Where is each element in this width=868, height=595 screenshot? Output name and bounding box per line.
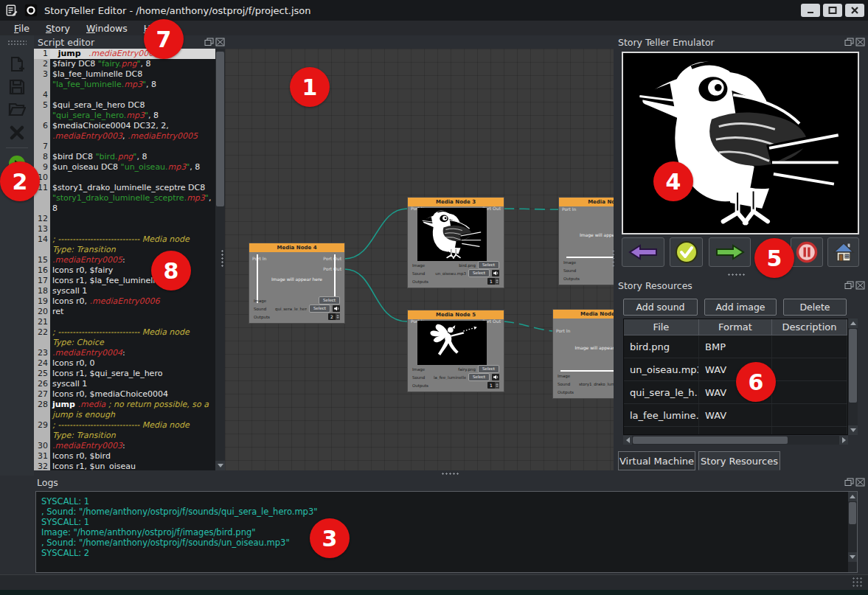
select-button[interactable]: Select [478,365,499,373]
code-row[interactable]: 1 jump .mediaEntry0004 [34,49,215,59]
port-in-label[interactable]: Port In [252,256,266,261]
resources-table[interactable]: FileFormatDescriptionbird.pngBMPun_oisea… [623,319,848,435]
close-panel-icon[interactable] [855,38,865,46]
port-out-label[interactable]: Port Out [323,266,341,271]
code-row[interactable]: 21 [34,317,215,327]
media-node-3[interactable]: Media Node 5Port InPort OutImagefairy.pn… [408,310,504,392]
code-row[interactable]: 2$fairy DC8 "fairy.png", 8 [34,59,215,69]
outputs-spinner[interactable]: 1 [487,278,499,285]
tab-virtual-machine[interactable]: Virtual Machine [618,451,695,470]
new-script-button[interactable] [8,56,26,74]
node-title[interactable]: Media Node 4 [249,243,344,252]
save-button[interactable] [8,78,26,96]
code-row[interactable]: 9$un_oiseau DC8 "un_oiseau.mp3", 8 [34,162,215,173]
splitter-handle-right[interactable] [611,249,615,268]
code-row[interactable]: 30.mediaEntry0003: [34,441,215,451]
select-button[interactable]: Select [478,261,499,269]
menu-item-story[interactable]: Story [39,22,77,35]
node-title[interactable]: Media Node [559,198,614,206]
code-row[interactable]: 6$mediaChoice0004 DC32, 2, [34,121,215,131]
select-button[interactable]: Select [309,305,330,313]
scroll-down-arrow[interactable] [848,425,858,435]
code-row[interactable]: 23.mediaEntry0004: [34,348,215,358]
scrollbar-thumb[interactable] [633,436,788,444]
back-button[interactable] [622,237,664,267]
scroll-up-arrow[interactable] [848,319,858,328]
code-row[interactable]: jump is enough [34,410,215,420]
toolbar-grip[interactable] [7,40,27,45]
scrollbar-thumb[interactable] [216,52,224,206]
node-title[interactable]: Media Node 6 [553,310,614,319]
close-panel-icon[interactable] [215,38,225,46]
code-row[interactable]: 5$qui_sera_le_hero DC8 [34,100,215,111]
delete-button[interactable]: Delete [783,299,847,316]
code-row[interactable]: 8$bird DC8 "bird.png", 8 [34,152,215,162]
code-row[interactable]: 8 [34,203,215,214]
pause-button[interactable] [791,237,823,267]
table-row[interactable]: fairy.pngBMP [624,427,847,435]
confirm-button[interactable] [670,237,703,267]
forward-button[interactable] [709,237,751,267]
scroll-right-arrow[interactable] [839,436,848,445]
code-row[interactable]: 10 [34,173,215,183]
logs-scrollbar[interactable] [848,492,857,572]
code-row[interactable]: 12 [34,214,215,224]
code-row[interactable]: Type: Choice [34,338,215,348]
home-button[interactable] [827,237,859,267]
float-panel-icon[interactable] [844,478,854,487]
minimize-button[interactable] [801,4,820,17]
close-panel-icon[interactable] [855,281,865,290]
script-editor-code[interactable]: 1 jump .mediaEntry00042$fairy DC8 "fairy… [34,49,215,470]
code-row[interactable]: 32lcons r1, $un_oiseau [34,462,215,470]
code-row[interactable]: 28jump .media ; no return possible, so a [34,400,215,410]
select-button[interactable]: Select [468,269,490,277]
table-row[interactable]: bird.pngBMP [624,335,847,358]
splitter-handle-left[interactable] [221,249,224,268]
float-panel-icon[interactable] [844,38,854,46]
menu-item-windows[interactable]: Windows [80,22,134,35]
column-header-format[interactable]: Format [699,319,772,335]
speaker-icon[interactable] [333,305,340,312]
scrollbar-thumb[interactable] [849,329,857,403]
menu-item-file[interactable]: File [7,22,36,35]
code-row[interactable]: .mediaEntry0003, .mediaEntry0005 [34,131,215,142]
port-in-label[interactable]: Port In [562,206,576,212]
code-row[interactable]: 14; ---------------------------- Media n… [34,234,215,245]
speaker-icon[interactable] [492,374,499,380]
media-node-4[interactable]: Media NodePort InImage will appear hereI… [559,198,614,285]
node-graph-canvas[interactable]: Media Node 4Port InPort OutPort OutImage… [225,49,614,470]
delete-button[interactable] [8,124,26,142]
close-button[interactable] [845,4,864,17]
code-row[interactable]: Type: Transition [34,245,215,255]
scroll-up-arrow[interactable] [848,492,857,501]
resources-vscrollbar[interactable] [848,319,858,435]
select-button[interactable]: Select [468,373,490,381]
code-row[interactable]: 4 [34,90,215,100]
scroll-down-arrow[interactable] [848,552,857,562]
code-row[interactable]: 7 [34,142,215,152]
table-row[interactable]: la_fee_lumine…WAV [624,404,847,427]
code-row[interactable]: 22; ---------------------------- Media n… [34,327,215,338]
code-row[interactable]: 25lcons r1, $qui_sera_le_hero [34,369,215,379]
code-row[interactable]: 3$la_fee_luminelle DC8 [34,69,215,80]
logs-output[interactable]: SYSCALL: 1, Sound: "/home/anthony/ostpro… [35,491,858,573]
code-row[interactable]: 27lcons r0, $mediaChoice0004 [34,389,215,400]
scroll-left-arrow[interactable] [623,436,632,445]
maximize-button[interactable] [823,4,842,17]
tab-story-resources[interactable]: Story Resources [698,451,780,470]
code-row[interactable]: "qui_sera_le_hero.mp3", 8 [34,111,215,121]
code-row[interactable]: Type: Transition [34,431,215,441]
add-sound-button[interactable]: Add sound [623,299,698,316]
code-row[interactable]: "la_fee_luminelle.mp3", 8 [34,80,215,90]
code-row[interactable]: 24lcons r0, 0 [34,358,215,369]
code-row[interactable]: 20ret [34,307,215,317]
code-row[interactable]: 19lcons r0, .mediaEntry0006 [34,296,215,307]
code-row[interactable]: 29; ---------------------------- Media n… [34,420,215,431]
speaker-icon[interactable] [492,270,499,276]
code-row[interactable]: "story1_drako_luminelle_sceptre.mp3", [34,193,215,203]
code-row[interactable]: 13 [34,224,215,234]
media-node-1[interactable]: Media Node 4Port InPort OutPort OutImage… [249,243,344,323]
port-in-label[interactable]: Port In [556,328,570,333]
resources-hscrollbar[interactable] [623,436,848,445]
outputs-spinner[interactable]: 1 [487,382,499,389]
